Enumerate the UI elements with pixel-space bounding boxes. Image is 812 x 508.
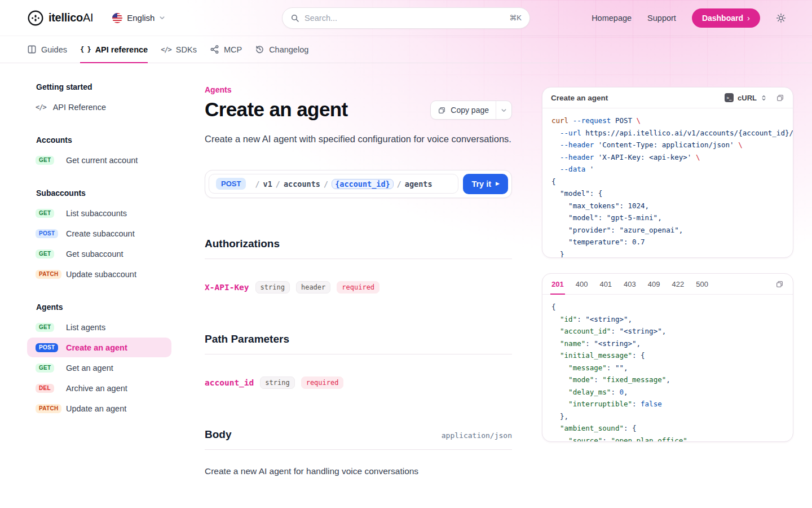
logo-icon: [27, 10, 44, 27]
tab-sdks[interactable]: </>SDKs: [161, 36, 197, 63]
code-line: },: [551, 410, 784, 423]
homepage-link[interactable]: Homepage: [592, 14, 632, 23]
response-tab-400[interactable]: 400: [576, 274, 588, 294]
try-it-button[interactable]: Try it ▶: [463, 174, 508, 194]
brand-name: itellicoAI: [48, 11, 93, 24]
top-header: itellicoAI English ⌘K Homepage Support D…: [0, 0, 812, 36]
method-badge: DEL: [36, 384, 54, 393]
code-line: "account_id": "<string>",: [551, 325, 784, 338]
search-input[interactable]: [304, 14, 504, 23]
share-icon: [210, 45, 219, 54]
copy-page-main[interactable]: Copy page: [431, 101, 496, 119]
sidebar-item-update-an-agent[interactable]: PATCHUpdate an agent: [27, 398, 171, 418]
copy-response-button[interactable]: [775, 280, 784, 288]
sidebar-section-subaccounts: SubaccountsGETList subaccountsPOSTCreate…: [27, 189, 171, 284]
brand-logo[interactable]: itellicoAI: [27, 10, 93, 27]
authorizations-section: Authorizations X-API-Key string header r…: [205, 238, 512, 294]
response-tab-403[interactable]: 403: [624, 274, 636, 294]
terminal-icon: >_: [725, 93, 734, 102]
divider: [205, 449, 512, 450]
endpoint-path-field[interactable]: POST /v1/accounts/{account_id}/agents: [209, 174, 458, 194]
nav-tabs: Guides{ }API reference</>SDKsMCPChangelo…: [27, 36, 785, 63]
path-segment: agents: [405, 179, 433, 189]
sidebar-item-create-subaccount[interactable]: POSTCreate subaccount: [27, 224, 171, 243]
play-icon: ▶: [496, 181, 500, 186]
language-select[interactable]: >_ cURL: [725, 93, 767, 102]
sidebar-item-get-subaccount[interactable]: GETGet subaccount: [27, 244, 171, 264]
page-title: Create an agent: [205, 99, 348, 120]
braces-icon: { }: [80, 46, 91, 54]
method-badge: GET: [36, 209, 54, 218]
tab-guides[interactable]: Guides: [27, 36, 67, 63]
response-tab-422[interactable]: 422: [672, 274, 685, 294]
sidebar-section-title: Subaccounts: [27, 189, 171, 198]
search-bar[interactable]: ⌘K: [282, 7, 530, 29]
response-tab-500[interactable]: 500: [696, 274, 708, 294]
code-line: {: [551, 301, 784, 313]
sidebar-item-get-an-agent[interactable]: GETGet an agent: [27, 358, 171, 378]
support-link[interactable]: Support: [647, 14, 676, 23]
endpoint-bar: POST /v1/accounts/{account_id}/agents Tr…: [205, 170, 512, 198]
body-section: Body application/json Create a new AI ag…: [205, 428, 512, 476]
breadcrumb[interactable]: Agents: [205, 85, 512, 94]
copy-page-dropdown[interactable]: [496, 101, 511, 119]
sidebar-section-title: Accounts: [27, 135, 171, 144]
path-segment: v1: [263, 179, 272, 189]
code-line: }: [551, 248, 784, 258]
tab-api-reference[interactable]: { }API reference: [80, 36, 148, 63]
method-badge: POST: [216, 178, 246, 190]
divider: [205, 354, 512, 354]
sidebar-section-title: Agents: [27, 303, 171, 312]
section-title: Body: [205, 428, 232, 441]
language-selector[interactable]: English: [112, 13, 165, 23]
required-pill: required: [337, 281, 379, 294]
sidebar-item-api-reference[interactable]: </>API Reference: [27, 97, 171, 117]
tab-mcp[interactable]: MCP: [210, 36, 242, 63]
sidebar-item-create-an-agent[interactable]: POSTCreate an agent: [27, 338, 171, 357]
path-parameters-section: Path Parameters account_id string requir…: [205, 333, 512, 389]
dashboard-button[interactable]: Dashboard ›: [692, 8, 760, 28]
copy-icon: [438, 106, 446, 115]
copy-code-button[interactable]: [776, 94, 784, 102]
sidebar-item-list-agents[interactable]: GETList agents: [27, 317, 171, 337]
sidebar-item-update-subaccount[interactable]: PATCHUpdate subaccount: [27, 264, 171, 284]
code-line: "delay_ms": 0,: [551, 386, 784, 398]
response-example-panel: 201400401403409422500 { "id": "<string>"…: [542, 273, 793, 442]
method-badge: GET: [36, 364, 54, 373]
code-line: "interruptible": false: [551, 398, 784, 410]
response-tab-201[interactable]: 201: [551, 274, 564, 294]
tab-changelog[interactable]: Changelog: [255, 36, 308, 63]
method-badge: PATCH: [36, 404, 61, 413]
code-icon: </>: [161, 46, 171, 54]
path-param: {account_id}: [332, 179, 394, 189]
section-title: Authorizations: [205, 238, 512, 250]
method-badge: POST: [36, 229, 58, 238]
sidebar-section-title: Getting started: [27, 82, 171, 91]
response-tabs: 201400401403409422500: [551, 274, 708, 294]
code-line: {: [551, 176, 784, 188]
sidebar-item-list-subaccounts[interactable]: GETList subaccounts: [27, 203, 171, 223]
search-shortcut: ⌘K: [509, 14, 522, 22]
response-tab-409[interactable]: 409: [648, 274, 660, 294]
page-description: Create a new AI agent with specified con…: [205, 131, 512, 147]
search-icon: [290, 14, 299, 23]
code-examples-column: Create an agent >_ cURL curl --request P…: [542, 63, 793, 442]
sidebar-section-agents: AgentsGETList agentsPOSTCreate an agentG…: [27, 303, 171, 418]
sidebar-item-get-current-account[interactable]: GETGet current account: [27, 150, 171, 170]
code-line: "model": {: [551, 187, 784, 200]
sidebar-item-archive-an-agent[interactable]: DELArchive an agent: [27, 378, 171, 398]
us-flag-icon: [112, 13, 122, 23]
path-segment: accounts: [284, 179, 320, 189]
response-tab-401[interactable]: 401: [599, 274, 612, 294]
request-code-block[interactable]: curl --request POST \ --url https://api.…: [542, 108, 793, 257]
code-line: "ambient_sound": {: [551, 422, 784, 435]
param-name: X-API-Key: [205, 283, 249, 292]
request-panel-title: Create an agent: [551, 94, 608, 102]
param-row-account-id: account_id string required: [205, 376, 512, 389]
code-line: "mode": "fixed_message",: [551, 374, 784, 386]
copy-page-button: Copy page: [430, 100, 512, 120]
updown-chevron-icon: [761, 95, 767, 101]
endpoint-path: /v1/accounts/{account_id}/agents: [251, 179, 432, 189]
response-code-block[interactable]: { "id": "<string>", "account_id": "<stri…: [542, 295, 793, 441]
theme-toggle-sun-icon[interactable]: [776, 13, 786, 23]
